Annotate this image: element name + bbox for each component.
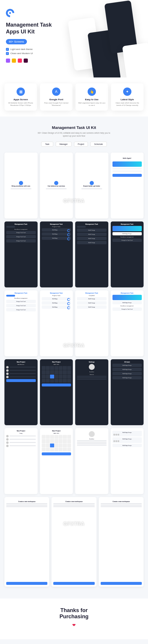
screen-profile-light: Kicoldian — [75, 428, 108, 494]
tab-schedule[interactable]: Schedule — [90, 142, 107, 147]
feature-card: 👆 Easy to Use Well organized layers easy… — [75, 83, 108, 111]
gallery-subtitle: 60+ Clean Design of UI Kit, editable and… — [36, 132, 112, 137]
hero-mockups — [66, 0, 148, 77]
screens-badge: 60+ Screens — [6, 39, 27, 44]
thanks-section: Thanks forPurchasing ❤ — [0, 598, 148, 639]
sketch-icon — [12, 59, 16, 63]
invision-icon — [18, 59, 22, 63]
screen-workspace: Create a new workspace — [4, 497, 49, 587]
screen-task-light: Management TaskExcellence managementDesi… — [4, 290, 38, 356]
screen-detail-dark: Management TaskMoW App DesignExcellence … — [111, 221, 144, 287]
screen-calendar-dark: New ProjectMAY 2020 — [40, 359, 73, 425]
feature-card: ▦ Apps Screen 60 Editable Screen with iP… — [4, 83, 37, 111]
check-icon: ✓ — [6, 48, 9, 51]
screens-row-light-tasks: Management TaskExcellence managementDesi… — [4, 290, 144, 356]
feature-card: ✦ Latest Style Clean style which become … — [111, 83, 144, 111]
feature-card: A Google Font Free used Google Font name… — [40, 83, 73, 111]
screen-onboard: Can believe our services — [40, 153, 73, 219]
gallery-title: Management Task UI Kit — [4, 125, 144, 130]
screens-row-dark-tasks: Management TaskExcellence managementDesi… — [4, 221, 144, 287]
screen-onboard: Expect better, get better — [75, 153, 108, 219]
screens-row-light-project: New ProjectToday New ProjectMAY 2020 Kic… — [4, 428, 144, 494]
xd-icon — [24, 59, 28, 63]
screen-team-light: MoW App DesignMoW App DesignMoW App Desi… — [111, 428, 144, 494]
latest-style-icon: ✦ — [123, 88, 131, 96]
apps-screen-icon: ▦ — [17, 88, 25, 96]
thanks-title: Thanks forPurchasing — [0, 607, 148, 620]
screen-members-dark: New ProjectAdd Member — [4, 359, 38, 425]
google-font-icon: A — [52, 88, 60, 96]
screen-calendar-light: New ProjectMAY 2020 — [40, 428, 73, 494]
screen-progress-light: Management TaskProgress TasksMoW AppMoW … — [40, 290, 73, 356]
screen-team-dark: All teamMoW App DesignMoW App DesignMoW … — [111, 359, 144, 425]
screen-detail-light: Management TaskMoW App DesignExcellence … — [111, 290, 144, 356]
screens-row-workspace: Create a new workspace Create a new work… — [4, 497, 144, 587]
screens-row-dark-project: New ProjectAdd Member New ProjectMAY 202… — [4, 359, 144, 425]
check-icon: ✓ — [6, 52, 9, 55]
screen-task-dark: Management TaskExcellence managementDesi… — [4, 221, 38, 287]
easy-use-icon: 👆 — [88, 88, 96, 96]
screen-login: Hello Again! — [111, 153, 144, 219]
screen-progress-dark: Management TaskProgress TasksMoW AppMoW … — [40, 221, 73, 287]
screen-settings-dark: SettingsKicoldianGeneral — [75, 359, 108, 425]
screen-workspace: Create a new workspace — [52, 497, 96, 587]
tab-task[interactable]: Task — [41, 142, 53, 147]
heart-icon: ❤ — [0, 623, 148, 627]
screen-members-light: New ProjectToday — [4, 428, 38, 494]
screen-completed-light: Management TaskCompletedMoW DesignMoW De… — [75, 290, 108, 356]
screens-gallery: GFXTRA GFXTRA GFXTRA Management Task UI … — [0, 116, 148, 598]
screen-onboard: Bring excellence with care — [4, 153, 38, 219]
tab-project[interactable]: Project — [74, 142, 88, 147]
feature-cards: ▦ Apps Screen 60 Editable Screen with iP… — [0, 77, 148, 117]
hero-section: Management Task Apps UI Kit 60+ Screens … — [0, 0, 148, 77]
screens-row-onboarding: Bring excellence with care Can believe o… — [4, 153, 144, 219]
screen-workspace: Create a new workspace — [99, 497, 144, 587]
tab-manager[interactable]: Manager — [56, 142, 72, 147]
figma-icon — [6, 59, 10, 63]
screen-list-dark: Management TaskMoW DesignMoW DesignMoW D… — [75, 221, 108, 287]
brand-logo-icon — [6, 9, 14, 17]
category-tabs: Task Manager Project Schedule — [4, 142, 144, 147]
